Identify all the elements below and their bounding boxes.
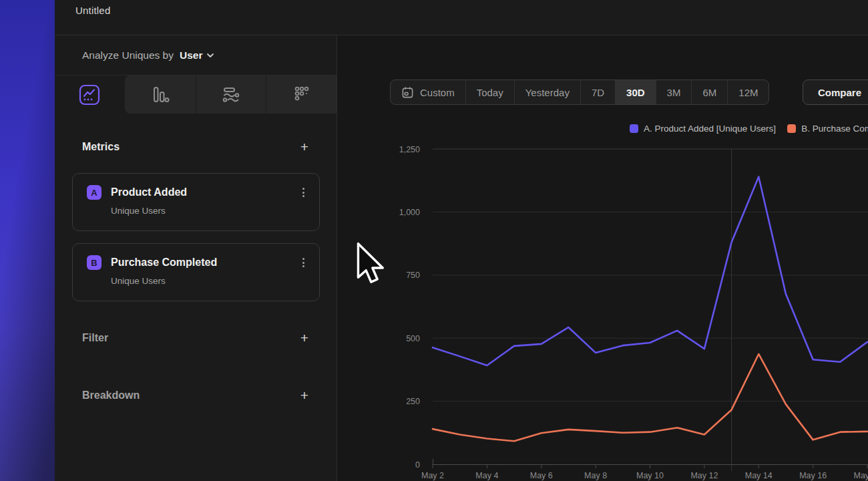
analyze-by-row: Analyze Uniques by User (55, 35, 337, 75)
metric-name: Purchase Completed (111, 257, 300, 269)
decorative-gradient (0, 0, 55, 481)
y-tick-label: 1,250 (399, 145, 420, 154)
add-metric-button[interactable]: + (300, 140, 308, 154)
tab-retention[interactable] (266, 75, 337, 114)
flows-icon (219, 84, 243, 106)
metric-subtitle[interactable]: Unique Users (111, 206, 307, 216)
breakdown-header: Breakdown + (82, 389, 308, 402)
y-tick-label: 500 (406, 334, 420, 343)
metrics-heading: Metrics (82, 141, 120, 153)
add-breakdown-button[interactable]: + (300, 389, 308, 402)
kebab-icon[interactable] (300, 186, 307, 199)
filter-header: Filter + (82, 331, 308, 345)
bar-funnel-icon (149, 84, 172, 106)
metric-badge-a: A (87, 185, 101, 200)
filter-heading: Filter (82, 332, 108, 344)
chart-type-tab-group (125, 75, 337, 114)
app-root: Untitled Analyze Uniques by User (0, 0, 868, 481)
analyze-prefix-label: Analyze Uniques by (82, 49, 174, 61)
metric-subtitle[interactable]: Unique Users (111, 276, 307, 286)
x-tick-label: May 4 (475, 471, 498, 480)
x-tick-label: May 12 (690, 471, 718, 480)
breakdown-heading: Breakdown (82, 389, 140, 402)
series-line-b (433, 354, 867, 441)
y-tick-label: 1,000 (399, 208, 420, 217)
add-filter-button[interactable]: + (300, 331, 308, 345)
tab-flows[interactable] (196, 75, 266, 114)
kebab-icon[interactable] (300, 256, 307, 269)
metric-name: Product Added (111, 186, 300, 198)
y-tick-label: 250 (406, 397, 420, 406)
x-tick-label: May 6 (530, 471, 553, 480)
x-tick-label: May 18 (854, 471, 868, 480)
sidebar: Analyze Uniques by User (55, 35, 337, 481)
chevron-down-icon (206, 53, 214, 58)
metrics-header: Metrics + (82, 140, 308, 154)
y-tick-label: 0 (415, 460, 420, 470)
line-chart: 02505007501,0001,250May 2May 4May 6May 8… (337, 35, 868, 481)
tab-funnels[interactable] (125, 75, 196, 114)
x-tick-label: May 14 (745, 471, 773, 480)
metric-card-b[interactable]: B Purchase Completed Unique Users (72, 243, 320, 301)
metric-badge-b: B (87, 255, 101, 270)
analyze-by-dropdown[interactable]: User (180, 49, 214, 61)
y-tick-label: 750 (406, 271, 420, 280)
chart-type-tabs (55, 75, 337, 114)
report-title[interactable]: Untitled (75, 5, 110, 16)
metric-card-a[interactable]: A Product Added Unique Users (72, 173, 320, 231)
tab-insights-selected[interactable] (55, 75, 125, 114)
series-line-a (433, 177, 867, 365)
insights-line-icon (78, 84, 101, 106)
topbar: Untitled (55, 0, 868, 35)
x-tick-label: May 8 (584, 471, 607, 480)
analyze-by-value: User (180, 49, 202, 61)
chart-panel: CustomTodayYesterday7D30D3M6M12M Compare… (337, 35, 868, 481)
x-tick-label: May 10 (636, 471, 664, 480)
x-tick-label: May 16 (799, 471, 827, 480)
retention-grid-icon (290, 84, 313, 106)
x-tick-label: May 2 (421, 471, 444, 480)
